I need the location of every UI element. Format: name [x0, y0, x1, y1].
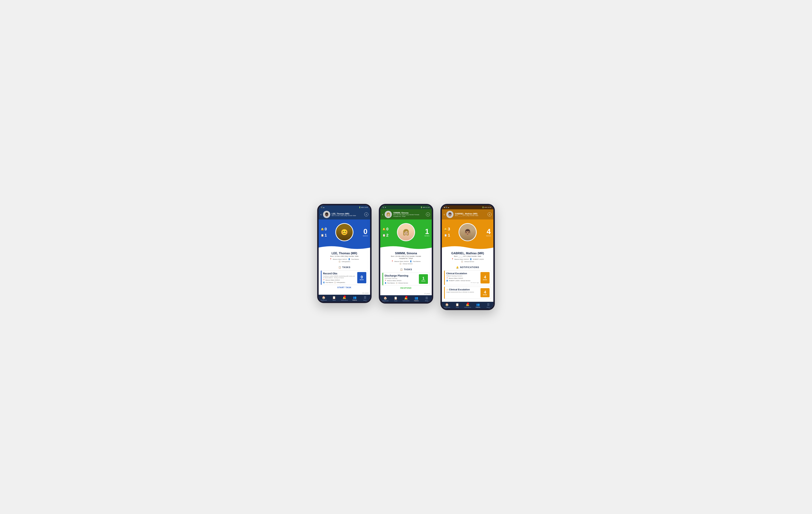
menu-nav-icon-1: ☰	[364, 296, 366, 299]
nav-patients-1[interactable]: 👥 Patients	[349, 296, 360, 301]
header-name-1: LEE, Thomas (MR)	[332, 212, 363, 215]
nav-tasks-2[interactable]: 📋 Tasks	[390, 296, 401, 302]
phone-1: 📷 ☁ 🔋 48% 13:05 ‹ 👨🏿 LEE, Thomas (MR) Bo…	[317, 204, 372, 303]
notif-content-2: ⚠ Clinical Escalation Urgent assessment …	[446, 288, 479, 297]
clipboard-icon-3: 📋	[444, 234, 447, 237]
tasks-section-1: 📋 TASKS Record Obs Continue routine NEWS…	[319, 265, 370, 291]
task-card-1[interactable]: Record Obs Continue routine NEWS monitor…	[321, 270, 368, 285]
specialty-icon-1: 📋	[339, 261, 341, 262]
clipboard-icon-1: 📋	[321, 234, 324, 237]
phone-3: ▶ 📷 ☁ 🔋 44% 12:20 ‹ 👨🏽 GABRIEL, Mathias …	[440, 204, 495, 310]
notif-meta-1: 📍 Beacon Ward, NHS15	[446, 278, 479, 279]
patient-name-1: LEE, Thomas (MR)	[322, 252, 367, 255]
patient-header-1: ‹ 👨🏿 LEE, Thomas (MR) Born 12-Dec-1980 (…	[319, 209, 370, 220]
task-card-2[interactable]: Discharge Planning Discharge Planning 📍 …	[382, 273, 430, 285]
header-hospital-2: Hospital No. 765yh	[393, 216, 425, 217]
nav-patients-3[interactable]: 👥 Patients	[473, 303, 483, 308]
nav-menu-2[interactable]: ☰ Menu	[422, 296, 432, 302]
tasks-header-2: 📋 TASKS	[382, 268, 430, 271]
nav-tasks-3[interactable]: 📋 Tasks	[452, 303, 463, 308]
meta-row-3: 📍 Beacon Ward, NHS24 👤 Paul Baines	[383, 260, 429, 262]
info-button-1[interactable]: ℹ	[364, 212, 368, 217]
patient-info-2: SIMMM, Simona Born: 20-Feb-1990 (27y) Ge…	[380, 250, 432, 267]
nav-menu-3[interactable]: ☰ Menu	[483, 303, 493, 308]
nav-dashboard-1[interactable]: 🏠 Dashboard	[319, 296, 329, 301]
status-bar-2: 📷 ⏸ 🔋 49% 11:16	[380, 205, 432, 209]
age-label-1: 82 years	[319, 291, 370, 295]
notif-card-1[interactable]: Clinical Escalation Patient Causing Conc…	[444, 270, 491, 285]
bell-stat-3: 🔔 3	[444, 227, 450, 231]
task-action-2[interactable]: RESPOND	[382, 285, 430, 290]
menu-nav-icon-2: ☰	[426, 296, 428, 300]
bell-stat-2: 🔔 0	[382, 227, 388, 231]
status-right-3: 🔋 44% 12:20	[482, 207, 491, 208]
specialty-icon-3: 📋	[461, 261, 463, 262]
task-loc-icon-1: 📍	[323, 279, 325, 281]
bell-stat-1: 🔔 0	[321, 227, 327, 231]
notif-doc-icon-1: 👤	[446, 280, 448, 282]
task-content-2: Discharge Planning Discharge Planning 📍 …	[385, 274, 417, 284]
hero-news-3: 4 NEWS	[486, 228, 491, 237]
doctor-icon-3: 👤	[470, 258, 472, 260]
notif-time-1: 25 hours ago	[446, 282, 479, 283]
age-label-2: 13 years	[380, 292, 432, 295]
menu-nav-icon-3: ☰	[487, 303, 490, 306]
nav-notifications-2[interactable]: 1 🔔 Notifications	[401, 296, 411, 302]
hero-stats-1: 🔔 0 📋 1	[321, 227, 327, 238]
status-bar-1: 📷 ☁ 🔋 48% 13:05	[319, 205, 370, 209]
nav-dashboard-2[interactable]: 🏠 Dashboard	[380, 296, 390, 302]
hero-1: 🔔 0 📋 1 😊 0 NEWS	[319, 220, 370, 245]
task-content-1: Record Obs Continue routine NEWS monitor…	[323, 272, 356, 283]
task-meta-2: 👤 Paul Baines 📋 Orthopaedics	[323, 282, 356, 283]
nav-dashboard-3[interactable]: 🏠 Dashboard	[442, 303, 452, 308]
tasks-icon-2: 📋	[400, 268, 403, 271]
task-meta-4: 👤 Paul Baines 📋 Clinical Service	[385, 282, 417, 284]
nav-patients-2[interactable]: 👥 Patients	[411, 296, 422, 302]
bottom-nav-3: 🏠 Dashboard 📋 Tasks 1 🔔 Notifications 👥 …	[442, 302, 493, 309]
patient-meta-3: 📍 Beacon Ward, NHS15 👤 ROBERT LEWIS 📋 Cl…	[445, 258, 490, 262]
tasks-section-2: 📋 TASKS Discharge Planning Discharge Pla…	[380, 267, 432, 292]
hero-3: 🔔 3 📋 1 👨🏽 4 NEWS	[442, 220, 493, 245]
nav-tasks-1[interactable]: 📋 Tasks	[329, 296, 339, 301]
hero-stats-3: 🔔 3 📋 1	[444, 227, 450, 238]
info-button-3[interactable]: ℹ	[488, 212, 492, 217]
notif-card-2[interactable]: ⚠ Clinical Escalation Urgent assessment …	[444, 287, 491, 299]
wave-svg-1	[319, 245, 370, 250]
task-doc-icon-2: 👤	[385, 282, 386, 284]
info-button-2[interactable]: ℹ	[426, 212, 430, 217]
hero-news-2: 1 NEWS	[425, 228, 430, 237]
wave-svg-3	[442, 245, 493, 250]
header-born-3: Born __-__-1971 (46y) Gender Male	[455, 215, 486, 217]
wave-container-2	[380, 245, 432, 250]
nav-menu-1[interactable]: ☰ Menu	[360, 296, 370, 301]
notif-meta-2: 👤 ROBERT LEWIS Clinical Service	[446, 280, 479, 282]
bell-icon-3: 🔔	[444, 228, 447, 231]
nav-notifications-3[interactable]: 1 🔔 Notifications	[463, 303, 473, 308]
task-doc-icon-1: 👤	[323, 282, 325, 283]
back-button-2[interactable]: ‹	[382, 212, 383, 217]
location-icon-3: 📍	[452, 258, 454, 260]
back-button-3[interactable]: ‹	[444, 212, 445, 217]
patient-detail-3: Born: __-__-1971 (46y) Gender: Male	[445, 255, 490, 257]
clipboard-icon-2: 📋	[382, 234, 385, 237]
hero-news-1: 0 NEWS	[363, 228, 368, 237]
task-action-1[interactable]: START TASK	[321, 285, 368, 290]
location-icon-1: 📍	[330, 258, 332, 260]
nav-notifications-1[interactable]: 1 🔔 Notifications	[339, 296, 350, 301]
header-born-1: Born 12-Dec-1980 (36y) Gender Male	[332, 215, 363, 217]
back-button-1[interactable]: ‹	[320, 212, 322, 217]
meta-row-1: 📍 Beacon Ward, NHS13 👤 Paul Baines	[322, 258, 367, 260]
task-badge-1: 0 NEWS	[357, 272, 366, 283]
hero-stats-2: 🔔 0 📋 2	[382, 227, 388, 238]
clipboard-stat-2: 📋 2	[382, 233, 388, 238]
header-avatar-1: 👨🏿	[323, 211, 330, 218]
patient-info-3: GABRIEL, Mathias (MR) Born: __-__-1971 (…	[442, 250, 493, 265]
task-spec-icon-2: 📋	[396, 282, 398, 284]
bottom-nav-1: 🏠 Dashboard 📋 Tasks 1 🔔 Notifications 👥 …	[319, 295, 370, 302]
meta-row-4: 📋 Clinical Service	[383, 263, 429, 265]
patients-nav-icon-2: 👥	[414, 296, 418, 300]
phone-2: 📷 ⏸ 🔋 49% 11:16 ‹ 👩🏼 SIMMM, Simona Born …	[379, 204, 433, 304]
tasks-nav-icon-3: 📋	[456, 303, 459, 306]
meta-row-5: 📍 Beacon Ward, NHS15 👤 ROBERT LEWIS	[445, 258, 490, 260]
header-born-2: Born 20-Feb-1990 (27y) Gender Female	[393, 214, 425, 216]
